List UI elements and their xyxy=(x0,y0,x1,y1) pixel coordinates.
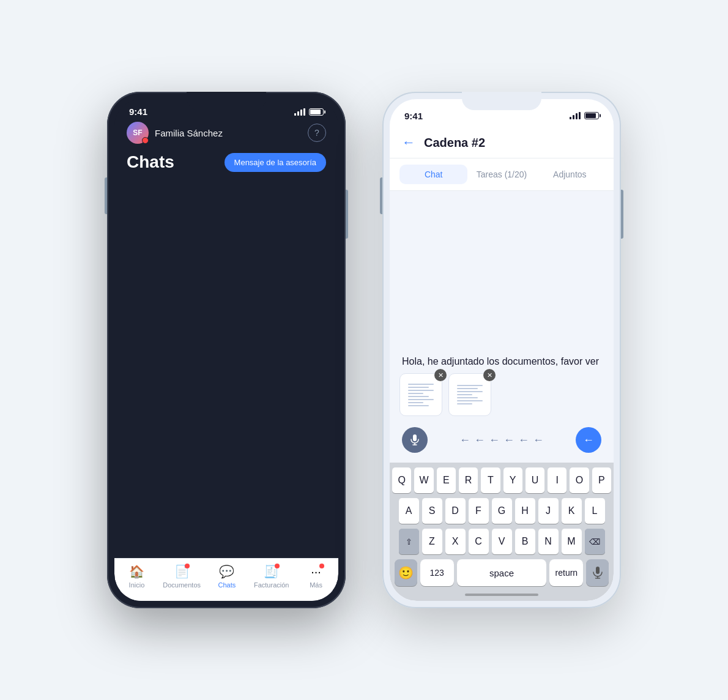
header-user-row: SF Familia Sánchez ? xyxy=(127,122,326,144)
home-icon: 🏠 xyxy=(128,564,144,579)
documents-badge xyxy=(185,564,190,568)
tab-inicio-label: Inicio xyxy=(129,581,145,589)
tab-bar: 🏠 Inicio 📄 Documentos 💬 Chats 🧾 Fact xyxy=(114,558,338,601)
attachment-2[interactable]: ✕ xyxy=(448,373,491,416)
key-123[interactable]: 123 xyxy=(420,559,454,586)
key-delete[interactable]: ⌫ xyxy=(585,529,605,554)
chats-title-row: Chats Mensaje de la asesoría xyxy=(127,152,326,172)
messages-area xyxy=(390,191,614,349)
notch-right xyxy=(462,92,541,110)
battery-icon-right xyxy=(584,112,599,119)
arrow-1[interactable]: ← xyxy=(459,434,470,447)
back-button[interactable]: ← xyxy=(402,135,415,151)
left-status-icons xyxy=(294,108,324,116)
tab-adjuntos[interactable]: Adjuntos xyxy=(536,165,604,184)
tab-chats-label: Chats xyxy=(218,581,236,589)
arrow-3[interactable]: ← xyxy=(489,434,500,447)
key-c[interactable]: C xyxy=(469,529,489,554)
notch-left xyxy=(187,92,266,110)
tab-chats[interactable]: 💬 Chats xyxy=(209,564,245,589)
key-v[interactable]: V xyxy=(492,529,512,554)
key-z[interactable]: Z xyxy=(422,529,442,554)
tab-chat[interactable]: Chat xyxy=(399,165,467,184)
right-status-icons xyxy=(570,112,599,119)
key-i[interactable]: I xyxy=(548,467,566,493)
right-screen: 9:41 ← Cadena #2 xyxy=(390,99,614,601)
key-s[interactable]: S xyxy=(422,498,442,524)
billing-badge xyxy=(275,564,280,568)
arrow-2[interactable]: ← xyxy=(474,434,485,447)
avatar[interactable]: SF xyxy=(127,122,149,144)
key-y[interactable]: Y xyxy=(503,467,522,493)
battery-icon xyxy=(309,108,324,116)
chats-header: SF Familia Sánchez ? Chats Mensaje de la… xyxy=(114,117,338,590)
help-button[interactable]: ? xyxy=(308,124,326,142)
right-time: 9:41 xyxy=(404,111,423,121)
avatar-badge xyxy=(142,137,149,144)
key-o[interactable]: O xyxy=(570,467,589,493)
key-l[interactable]: L xyxy=(585,498,605,524)
key-d[interactable]: D xyxy=(445,498,466,524)
left-time: 9:41 xyxy=(129,106,147,117)
key-e[interactable]: E xyxy=(437,467,456,493)
attachment-previews: ✕ ✕ xyxy=(399,373,604,416)
remove-attachment-1[interactable]: ✕ xyxy=(434,369,447,381)
chats-icon: 💬 xyxy=(219,564,235,579)
keyboard-row-2: A S D F G H J K L xyxy=(392,498,611,524)
key-emoji[interactable]: 🙂 xyxy=(395,559,417,586)
more-icon: ··· xyxy=(308,564,324,579)
key-shift[interactable]: ⇧ xyxy=(399,529,419,554)
key-w[interactable]: W xyxy=(414,467,433,493)
key-voice[interactable] xyxy=(586,559,609,586)
keyboard: Q W E R T Y U I O P A S D F G H xyxy=(390,463,614,601)
more-badge xyxy=(319,564,324,568)
left-phone: 9:41 SF Familia Sánchez xyxy=(107,92,346,608)
signal-icon xyxy=(294,108,305,116)
key-h[interactable]: H xyxy=(515,498,535,524)
arrow-6[interactable]: ← xyxy=(533,434,544,447)
arrow-5[interactable]: ← xyxy=(518,434,529,447)
key-r[interactable]: R xyxy=(459,467,478,493)
input-area: Hola, he adjuntado los documentos, favor… xyxy=(390,349,614,463)
key-j[interactable]: J xyxy=(538,498,559,524)
left-screen: 9:41 SF Familia Sánchez xyxy=(114,99,338,601)
arrow-4[interactable]: ← xyxy=(503,434,514,447)
tab-documentos[interactable]: 📄 Documentos xyxy=(163,564,201,589)
keyboard-row-1: Q W E R T Y U I O P xyxy=(392,467,611,493)
key-g[interactable]: G xyxy=(492,498,512,524)
mensaje-button[interactable]: Mensaje de la asesoría xyxy=(225,153,326,172)
key-space[interactable]: space xyxy=(457,559,547,586)
key-return[interactable]: return xyxy=(549,559,583,586)
tab-mas[interactable]: ··· Más xyxy=(298,564,335,589)
key-u[interactable]: U xyxy=(526,467,544,493)
key-t[interactable]: T xyxy=(481,467,500,493)
attachment-1[interactable]: ✕ xyxy=(399,373,442,416)
mic-button[interactable] xyxy=(402,427,428,453)
key-a[interactable]: A xyxy=(399,498,419,524)
key-n[interactable]: N xyxy=(538,529,559,554)
key-x[interactable]: X xyxy=(445,529,466,554)
tab-facturacion-label: Facturación xyxy=(254,581,289,589)
documents-icon: 📄 xyxy=(174,564,190,579)
detail-title: Cadena #2 xyxy=(424,136,485,150)
key-b[interactable]: B xyxy=(515,529,535,554)
billing-icon: 🧾 xyxy=(264,564,280,579)
send-button[interactable]: ← xyxy=(576,427,601,453)
key-p[interactable]: P xyxy=(592,467,611,493)
remove-attachment-2[interactable]: ✕ xyxy=(483,369,496,381)
key-m[interactable]: M xyxy=(562,529,582,554)
detail-header: ← Cadena #2 xyxy=(390,127,614,158)
keyboard-bottom-row: 🙂 123 space return xyxy=(392,559,611,586)
tab-documentos-label: Documentos xyxy=(163,581,201,589)
key-q[interactable]: Q xyxy=(392,467,411,493)
key-f[interactable]: F xyxy=(469,498,489,524)
message-input[interactable]: Hola, he adjuntado los documentos, favor… xyxy=(399,356,604,367)
key-k[interactable]: K xyxy=(562,498,582,524)
tab-facturacion[interactable]: 🧾 Facturación xyxy=(253,564,290,589)
detail-tabs: Chat Tareas (1/20) Adjuntos xyxy=(390,158,614,191)
tab-inicio[interactable]: 🏠 Inicio xyxy=(118,564,155,589)
right-phone: 9:41 ← Cadena #2 xyxy=(382,92,621,608)
tab-mas-label: Más xyxy=(310,581,322,589)
tab-tareas[interactable]: Tareas (1/20) xyxy=(467,165,535,184)
chat-detail-screen: 9:41 ← Cadena #2 xyxy=(390,99,614,601)
